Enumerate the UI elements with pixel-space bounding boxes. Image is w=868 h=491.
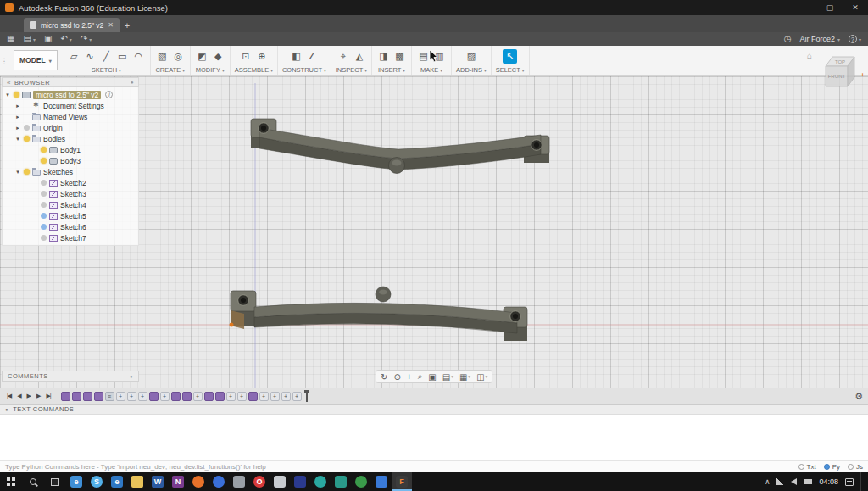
app-teal-circle[interactable] <box>310 472 331 491</box>
tree-row[interactable]: Body3 <box>3 155 138 166</box>
minimize-button[interactable]: – <box>792 0 817 15</box>
app-blue-square[interactable] <box>371 472 392 491</box>
action-center-button[interactable] <box>845 478 854 486</box>
collapse-panel-icon[interactable]: « <box>7 79 11 86</box>
new-component-icon[interactable]: ⊡ <box>238 49 253 64</box>
select-tool-icon[interactable]: ↖ <box>503 49 517 64</box>
visibility-bulb-icon[interactable] <box>24 103 30 109</box>
visibility-bulb-icon[interactable] <box>41 158 47 164</box>
timeline-sketch-feature[interactable] <box>204 392 214 401</box>
timeline-playhead[interactable] <box>304 390 309 402</box>
tree-expand-arrow-icon[interactable] <box>14 136 21 142</box>
comments-panel[interactable]: COMMENTS ● <box>2 371 139 382</box>
app-navy[interactable] <box>290 472 310 491</box>
timeline-sketch-feature[interactable] <box>215 392 225 401</box>
viewports-icon[interactable]: ◫ ▾ <box>476 372 487 382</box>
data-panel-icon[interactable]: ▦ <box>7 35 14 43</box>
toolbar-group-menu[interactable]: SELECT ▾ <box>496 66 525 74</box>
tray-expand-button[interactable]: ∧ <box>765 477 771 486</box>
timeline-move-feature[interactable]: + <box>259 392 269 401</box>
axis-icon[interactable]: ∠ <box>305 49 320 64</box>
file-menu-icon[interactable]: ▤ ▾ <box>23 35 35 43</box>
tree-row[interactable]: Sketch2 <box>3 177 138 188</box>
text-commands-output[interactable] <box>0 415 868 460</box>
visibility-bulb-icon[interactable] <box>14 92 19 98</box>
decal-icon[interactable]: ▩ <box>392 49 407 64</box>
home-icon[interactable]: ⌂ <box>807 51 812 60</box>
visibility-bulb-icon[interactable] <box>24 136 30 142</box>
timeline-move-feature[interactable]: + <box>281 392 291 401</box>
tree-row[interactable]: Sketch5 <box>3 210 138 221</box>
panel-options-icon[interactable]: ● <box>130 374 133 379</box>
tab-close-icon[interactable]: ✕ <box>108 21 114 29</box>
undo-icon[interactable]: ↶ ▾ <box>60 35 71 43</box>
tree-expand-arrow-icon[interactable] <box>14 114 21 120</box>
help-menu[interactable]: ? ▾ <box>849 35 861 43</box>
clock[interactable]: 04:08 <box>819 477 838 486</box>
visibility-bulb-icon[interactable] <box>41 213 47 219</box>
command-mode-toggle[interactable]: Js <box>848 463 863 471</box>
user-account-menu[interactable]: Air Force2 ▾ <box>799 35 840 43</box>
timeline-sketch-feature[interactable] <box>171 392 181 401</box>
timeline-move-feature[interactable]: + <box>127 392 136 401</box>
tree-row[interactable]: Named Views <box>3 111 138 122</box>
tree-expand-arrow-icon[interactable] <box>14 125 21 131</box>
timeline-settings-gear-icon[interactable]: ⚙ <box>854 391 863 402</box>
tree-expand-arrow-icon[interactable] <box>4 92 11 98</box>
app-light[interactable] <box>270 472 290 491</box>
grid-layout-icon[interactable]: ▦ ▾ <box>459 372 470 382</box>
app-file-explorer[interactable] <box>127 472 147 491</box>
visibility-bulb-icon[interactable] <box>41 147 47 153</box>
pan-icon[interactable]: + <box>407 372 412 382</box>
app-green-circle[interactable] <box>351 472 371 491</box>
panel-options-icon[interactable]: ● <box>131 80 134 85</box>
app-firefox[interactable] <box>188 472 209 491</box>
timeline-sketch-feature[interactable] <box>72 392 81 401</box>
tree-row[interactable]: Sketch4 <box>3 199 138 210</box>
document-tab[interactable]: micro ssd to 2.5" v2 ✕ <box>24 18 120 32</box>
fit-icon[interactable]: ▣ <box>428 372 436 382</box>
new-tab-button[interactable]: + <box>120 18 135 32</box>
line-icon[interactable]: ╱ <box>99 49 114 64</box>
app-edge[interactable]: e <box>107 472 127 491</box>
visibility-bulb-icon[interactable] <box>41 224 47 230</box>
tree-row[interactable]: Sketch6 <box>3 221 138 232</box>
app-fusion-360[interactable]: F <box>392 472 412 491</box>
close-button[interactable]: ✕ <box>843 0 868 15</box>
app-internet-explorer[interactable]: e <box>66 472 86 491</box>
joint-icon[interactable]: ⊕ <box>254 49 269 64</box>
toolbar-group-menu[interactable]: CONSTRUCT ▾ <box>282 66 326 74</box>
step-forward-button[interactable]: ▶ <box>35 393 42 399</box>
app-onenote[interactable]: N <box>168 472 188 491</box>
body3-solid[interactable] <box>230 287 528 341</box>
play-button[interactable]: ▶ <box>25 393 32 399</box>
timeline-pattern-feature[interactable]: ≡ <box>105 392 114 401</box>
tree-expand-arrow-icon[interactable] <box>14 169 21 176</box>
body1-solid[interactable] <box>251 119 549 174</box>
tree-row[interactable]: Body1 <box>3 144 138 155</box>
timeline-sketch-feature[interactable] <box>248 392 258 401</box>
zoom-icon[interactable]: ⌕ <box>418 371 423 382</box>
save-icon[interactable]: ▣ <box>44 35 52 43</box>
spline-icon[interactable]: ∿ <box>83 49 97 64</box>
timeline-sketch-feature[interactable] <box>61 392 70 401</box>
visibility-bulb-icon[interactable] <box>41 180 47 186</box>
timeline-sketch-feature[interactable] <box>83 392 92 401</box>
timeline-move-feature[interactable]: + <box>160 392 170 401</box>
create-sketch-icon[interactable]: ▱ <box>67 49 81 64</box>
search-button[interactable] <box>22 472 44 491</box>
timeline-move-feature[interactable]: + <box>116 392 125 401</box>
timeline-move-feature[interactable]: + <box>226 392 236 401</box>
timeline-sketch-feature[interactable] <box>182 392 192 401</box>
app-skype[interactable]: S <box>86 472 107 491</box>
display-settings-icon[interactable]: ▤ ▾ <box>442 372 453 382</box>
job-status-icon[interactable]: ◷ <box>784 35 792 43</box>
revolve-icon[interactable]: ◎ <box>171 49 186 64</box>
task-view-button[interactable] <box>44 472 66 491</box>
arc-icon[interactable]: ◠ <box>131 49 146 64</box>
timeline-sketch-feature[interactable] <box>149 392 159 401</box>
toolbar-group-menu[interactable]: INSERT ▾ <box>378 66 405 74</box>
insert-mesh-icon[interactable]: ◨ <box>376 49 391 64</box>
text-command-input[interactable]: Type Python Commands here - Type 'import… <box>0 460 868 472</box>
press-pull-icon[interactable]: ◩ <box>195 49 209 64</box>
